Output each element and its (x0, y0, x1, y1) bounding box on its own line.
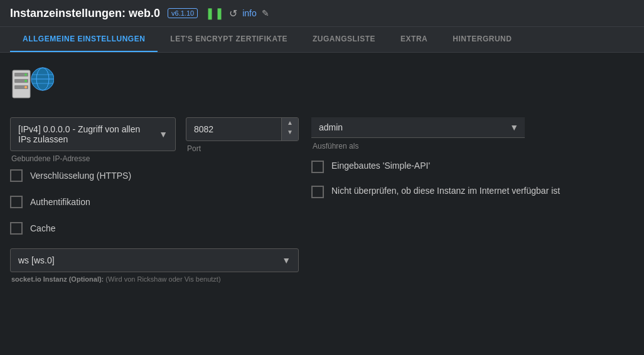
tab-hintergrund[interactable]: HINTERGRUND (440, 27, 524, 52)
run-as-wrapper[interactable]: admin ▼ (311, 117, 525, 138)
svg-point-6 (24, 86, 27, 88)
port-increment[interactable]: ▲ (282, 118, 298, 127)
simple-api-label: Eingebautes 'Simple-API' (331, 161, 430, 171)
port-decrement[interactable]: ▼ (282, 127, 298, 137)
tab-zugangsliste[interactable]: ZUGANGSLISTE (300, 27, 388, 52)
no-internet-check-row: Nicht überprüfen, ob diese Instanz im In… (311, 186, 634, 198)
https-checkbox-row: Verschlüsselung (HTTPS) (10, 169, 299, 182)
svg-point-4 (24, 73, 27, 76)
no-internet-check-checkbox[interactable] (311, 186, 324, 198)
https-label: Verschlüsselung (HTTPS) (30, 171, 131, 181)
tabs-bar: ALLGEMEINE EINSTELLUNGEN LET'S ENCRYPT Z… (0, 27, 644, 53)
ws-field-label: socket.io Instanz (Optional): (Wird von … (10, 275, 299, 283)
port-input[interactable] (186, 118, 281, 140)
col-left: [IPv4] 0.0.0.0 - Zugriff von allen IPs z… (10, 117, 305, 283)
svg-point-5 (24, 80, 27, 82)
col-right: admin ▼ Ausführen als Eingebautes 'Simpl… (305, 117, 634, 283)
info-link[interactable]: info (242, 8, 257, 18)
ws-label-suffix: (Wird von Rickshaw oder Vis benutzt) (104, 275, 220, 283)
tab-allgemeine[interactable]: ALLGEMEINE EINSTELLUNGEN (10, 27, 158, 52)
port-input-wrapper: ▲ ▼ (186, 117, 299, 141)
auth-label: Authentifikation (30, 197, 90, 207)
auth-checkbox-row: Authentifikation (10, 196, 299, 208)
content-area: [IPv4] 0.0.0.0 - Zugriff von allen IPs z… (0, 53, 644, 295)
ip-dropdown-arrow[interactable]: ▼ (151, 123, 175, 146)
app-logo (10, 65, 54, 103)
cache-checkbox[interactable] (10, 222, 23, 235)
port-group-container: ▲ ▼ Port (186, 117, 299, 153)
ws-display: ws [ws.0] (11, 249, 274, 272)
https-checkbox[interactable] (10, 169, 23, 182)
ip-port-row: [IPv4] 0.0.0.0 - Zugriff von allen IPs z… (10, 117, 299, 163)
header: Instanzeinstellungen: web.0 v6.1.10 ❚❚ ↺… (0, 0, 644, 27)
port-label: Port (186, 144, 299, 153)
tab-letsencrypt[interactable]: LET'S ENCRYPT ZERTIFIKATE (158, 27, 300, 52)
simple-api-checkbox[interactable] (311, 161, 324, 173)
version-badge: v6.1.10 (168, 8, 198, 18)
main-form: [IPv4] 0.0.0.0 - Zugriff von allen IPs z… (10, 117, 634, 283)
ws-dropdown-arrow[interactable]: ▼ (274, 249, 298, 272)
edit-icon[interactable]: ✎ (262, 8, 269, 18)
logo-area (10, 65, 634, 105)
port-spinner: ▲ ▼ (281, 118, 298, 140)
header-icons: ❚❚ ↺ info ✎ (205, 6, 269, 20)
ws-group: ws [ws.0] ▼ socket.io Instanz (Optional)… (10, 248, 299, 283)
tab-extra[interactable]: EXTRA (388, 27, 440, 52)
pause-icon[interactable]: ❚❚ (205, 6, 224, 20)
ws-select-wrapper[interactable]: ws [ws.0] ▼ (10, 248, 299, 272)
ip-select-group: [IPv4] 0.0.0.0 - Zugriff von allen IPs z… (10, 117, 176, 163)
ip-field-label: Gebundene IP-Adresse (10, 154, 176, 163)
run-as-label: Ausführen als (311, 142, 634, 151)
cache-label: Cache (30, 223, 55, 233)
page-title: Instanzeinstellungen: web.0 (10, 7, 160, 20)
ip-select-wrapper[interactable]: [IPv4] 0.0.0.0 - Zugriff von allen IPs z… (10, 117, 176, 151)
ws-label-prefix: socket.io Instanz (Optional): (11, 275, 104, 283)
cache-checkbox-row: Cache (10, 222, 299, 235)
no-internet-check-label: Nicht überprüfen, ob diese Instanz im In… (331, 186, 560, 196)
run-as-group: admin ▼ Ausführen als (311, 117, 634, 151)
refresh-icon[interactable]: ↺ (229, 8, 237, 19)
run-as-arrow[interactable]: ▼ (503, 117, 525, 137)
auth-checkbox[interactable] (10, 196, 23, 208)
run-as-display: admin (311, 117, 503, 137)
simple-api-row: Eingebautes 'Simple-API' (311, 161, 634, 173)
ip-select-display: [IPv4] 0.0.0.0 - Zugriff von allen IPs z… (11, 118, 151, 151)
